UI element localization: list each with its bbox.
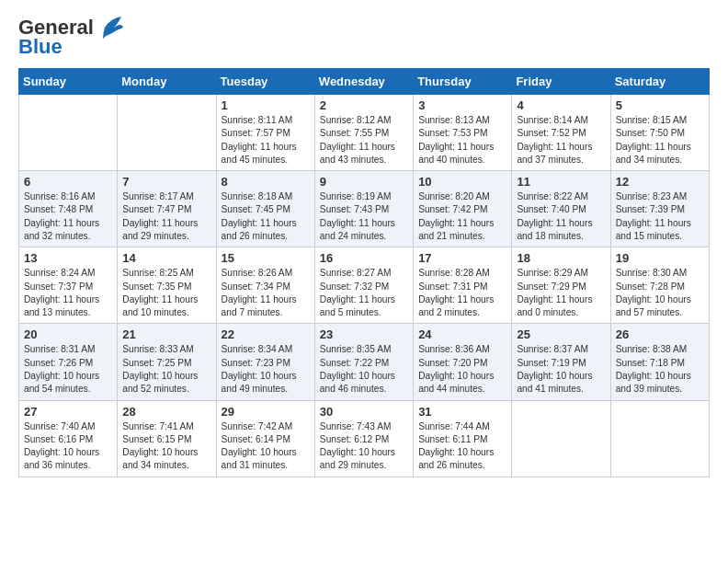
- calendar-cell: 31Sunrise: 7:44 AM Sunset: 6:11 PM Dayli…: [414, 400, 512, 477]
- day-info: Sunrise: 8:17 AM Sunset: 7:47 PM Dayligh…: [122, 190, 210, 243]
- day-info: Sunrise: 7:41 AM Sunset: 6:15 PM Dayligh…: [122, 420, 210, 473]
- calendar-week-row: 27Sunrise: 7:40 AM Sunset: 6:16 PM Dayli…: [19, 400, 710, 477]
- logo-bird-icon: [97, 15, 125, 40]
- calendar-cell: 7Sunrise: 8:17 AM Sunset: 7:47 PM Daylig…: [118, 171, 216, 247]
- calendar-cell: 25Sunrise: 8:37 AM Sunset: 7:19 PM Dayli…: [512, 324, 610, 400]
- header: General Blue: [18, 15, 710, 59]
- day-number: 31: [418, 405, 506, 419]
- day-number: 28: [122, 405, 210, 419]
- day-number: 17: [418, 251, 506, 265]
- calendar-cell: 28Sunrise: 7:41 AM Sunset: 6:15 PM Dayli…: [118, 400, 216, 477]
- day-number: 22: [222, 327, 310, 341]
- calendar-cell: 20Sunrise: 8:31 AM Sunset: 7:26 PM Dayli…: [19, 324, 118, 400]
- calendar-cell: 19Sunrise: 8:30 AM Sunset: 7:28 PM Dayli…: [610, 247, 709, 324]
- day-number: 7: [122, 175, 210, 189]
- calendar-table: SundayMondayTuesdayWednesdayThursdayFrid…: [18, 68, 710, 477]
- day-info: Sunrise: 7:43 AM Sunset: 6:12 PM Dayligh…: [320, 420, 408, 473]
- day-number: 6: [24, 175, 112, 189]
- calendar-cell: 15Sunrise: 8:26 AM Sunset: 7:34 PM Dayli…: [216, 247, 314, 324]
- day-number: 5: [616, 98, 704, 112]
- day-info: Sunrise: 8:16 AM Sunset: 7:48 PM Dayligh…: [24, 190, 112, 243]
- day-info: Sunrise: 8:36 AM Sunset: 7:20 PM Dayligh…: [418, 343, 506, 396]
- calendar-header-row: SundayMondayTuesdayWednesdayThursdayFrid…: [19, 69, 710, 95]
- calendar-cell: 18Sunrise: 8:29 AM Sunset: 7:29 PM Dayli…: [512, 247, 610, 324]
- calendar-cell: 6Sunrise: 8:16 AM Sunset: 7:48 PM Daylig…: [19, 171, 118, 247]
- calendar-cell: [512, 400, 610, 477]
- day-number: 1: [222, 98, 310, 112]
- day-number: 20: [24, 327, 112, 341]
- day-of-week-header: Sunday: [19, 69, 118, 95]
- calendar-cell: 4Sunrise: 8:14 AM Sunset: 7:52 PM Daylig…: [512, 95, 610, 171]
- day-info: Sunrise: 8:23 AM Sunset: 7:39 PM Dayligh…: [616, 190, 704, 243]
- day-of-week-header: Tuesday: [216, 69, 314, 95]
- day-info: Sunrise: 7:42 AM Sunset: 6:14 PM Dayligh…: [222, 420, 310, 473]
- logo-blue-text: Blue: [18, 35, 63, 59]
- day-number: 16: [320, 251, 408, 265]
- day-info: Sunrise: 8:24 AM Sunset: 7:37 PM Dayligh…: [24, 267, 112, 319]
- day-number: 10: [418, 175, 506, 189]
- day-info: Sunrise: 8:33 AM Sunset: 7:25 PM Dayligh…: [122, 343, 210, 396]
- calendar-cell: 14Sunrise: 8:25 AM Sunset: 7:35 PM Dayli…: [118, 247, 216, 324]
- day-info: Sunrise: 8:11 AM Sunset: 7:57 PM Dayligh…: [222, 114, 310, 167]
- day-number: 30: [320, 405, 408, 419]
- day-info: Sunrise: 8:13 AM Sunset: 7:53 PM Dayligh…: [418, 114, 506, 167]
- calendar-cell: 16Sunrise: 8:27 AM Sunset: 7:32 PM Dayli…: [314, 247, 413, 324]
- day-info: Sunrise: 8:38 AM Sunset: 7:18 PM Dayligh…: [616, 343, 704, 396]
- calendar-cell: 21Sunrise: 8:33 AM Sunset: 7:25 PM Dayli…: [118, 324, 216, 400]
- day-info: Sunrise: 8:12 AM Sunset: 7:55 PM Dayligh…: [320, 114, 408, 167]
- calendar-cell: 17Sunrise: 8:28 AM Sunset: 7:31 PM Dayli…: [414, 247, 512, 324]
- day-of-week-header: Wednesday: [314, 69, 413, 95]
- calendar-cell: 24Sunrise: 8:36 AM Sunset: 7:20 PM Dayli…: [414, 324, 512, 400]
- day-number: 15: [222, 251, 310, 265]
- calendar-week-row: 13Sunrise: 8:24 AM Sunset: 7:37 PM Dayli…: [19, 247, 710, 324]
- day-number: 4: [517, 98, 605, 112]
- calendar-week-row: 6Sunrise: 8:16 AM Sunset: 7:48 PM Daylig…: [19, 171, 710, 247]
- day-number: 18: [517, 251, 605, 265]
- calendar-cell: 8Sunrise: 8:18 AM Sunset: 7:45 PM Daylig…: [216, 171, 314, 247]
- day-number: 9: [320, 175, 408, 189]
- day-info: Sunrise: 8:19 AM Sunset: 7:43 PM Dayligh…: [320, 190, 408, 243]
- day-number: 29: [222, 405, 310, 419]
- calendar-cell: 22Sunrise: 8:34 AM Sunset: 7:23 PM Dayli…: [216, 324, 314, 400]
- day-info: Sunrise: 8:18 AM Sunset: 7:45 PM Dayligh…: [222, 190, 310, 243]
- calendar-cell: 23Sunrise: 8:35 AM Sunset: 7:22 PM Dayli…: [314, 324, 413, 400]
- day-info: Sunrise: 8:28 AM Sunset: 7:31 PM Dayligh…: [418, 267, 506, 319]
- day-number: 14: [122, 251, 210, 265]
- day-info: Sunrise: 8:35 AM Sunset: 7:22 PM Dayligh…: [320, 343, 408, 396]
- calendar-cell: 10Sunrise: 8:20 AM Sunset: 7:42 PM Dayli…: [414, 171, 512, 247]
- calendar-cell: [118, 95, 216, 171]
- calendar-cell: 30Sunrise: 7:43 AM Sunset: 6:12 PM Dayli…: [314, 400, 413, 477]
- calendar-week-row: 20Sunrise: 8:31 AM Sunset: 7:26 PM Dayli…: [19, 324, 710, 400]
- day-info: Sunrise: 8:27 AM Sunset: 7:32 PM Dayligh…: [320, 267, 408, 319]
- day-of-week-header: Thursday: [414, 69, 512, 95]
- day-of-week-header: Friday: [512, 69, 610, 95]
- day-number: 8: [222, 175, 310, 189]
- day-info: Sunrise: 8:20 AM Sunset: 7:42 PM Dayligh…: [418, 190, 506, 243]
- day-number: 27: [24, 405, 112, 419]
- day-info: Sunrise: 8:31 AM Sunset: 7:26 PM Dayligh…: [24, 343, 112, 396]
- calendar-cell: 11Sunrise: 8:22 AM Sunset: 7:40 PM Dayli…: [512, 171, 610, 247]
- calendar-cell: [19, 95, 118, 171]
- day-info: Sunrise: 7:40 AM Sunset: 6:16 PM Dayligh…: [24, 420, 112, 473]
- day-of-week-header: Saturday: [610, 69, 709, 95]
- day-number: 26: [616, 327, 704, 341]
- calendar-cell: 2Sunrise: 8:12 AM Sunset: 7:55 PM Daylig…: [314, 95, 413, 171]
- day-number: 24: [418, 327, 506, 341]
- calendar-cell: 26Sunrise: 8:38 AM Sunset: 7:18 PM Dayli…: [610, 324, 709, 400]
- calendar-cell: 3Sunrise: 8:13 AM Sunset: 7:53 PM Daylig…: [414, 95, 512, 171]
- day-info: Sunrise: 8:26 AM Sunset: 7:34 PM Dayligh…: [222, 267, 310, 319]
- day-info: Sunrise: 8:34 AM Sunset: 7:23 PM Dayligh…: [222, 343, 310, 396]
- day-of-week-header: Monday: [118, 69, 216, 95]
- day-info: Sunrise: 8:25 AM Sunset: 7:35 PM Dayligh…: [122, 267, 210, 319]
- day-info: Sunrise: 8:37 AM Sunset: 7:19 PM Dayligh…: [517, 343, 605, 396]
- day-number: 11: [517, 175, 605, 189]
- day-number: 13: [24, 251, 112, 265]
- day-number: 25: [517, 327, 605, 341]
- calendar-cell: [610, 400, 709, 477]
- day-number: 19: [616, 251, 704, 265]
- day-number: 21: [122, 327, 210, 341]
- day-info: Sunrise: 8:22 AM Sunset: 7:40 PM Dayligh…: [517, 190, 605, 243]
- calendar-week-row: 1Sunrise: 8:11 AM Sunset: 7:57 PM Daylig…: [19, 95, 710, 171]
- logo: General Blue: [18, 15, 125, 59]
- calendar-cell: 1Sunrise: 8:11 AM Sunset: 7:57 PM Daylig…: [216, 95, 314, 171]
